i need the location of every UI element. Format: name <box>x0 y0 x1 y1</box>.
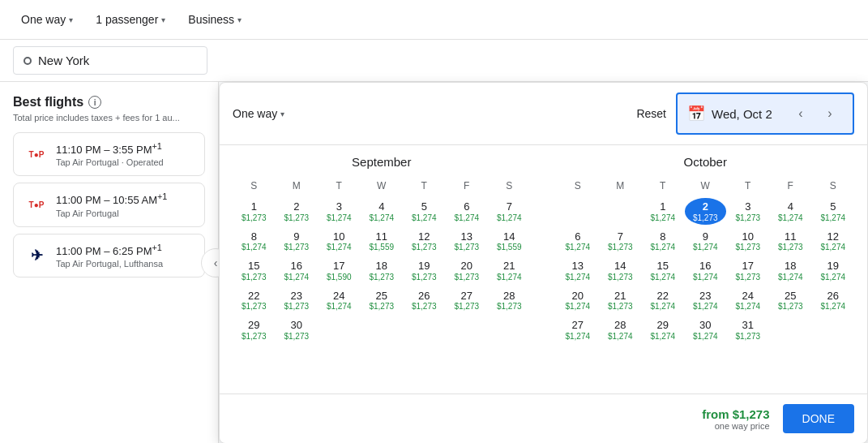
flight-card-2[interactable]: T●P 11:00 PM – 10:55 AM+1 Tap Air Portug… <box>13 183 205 226</box>
day-cell[interactable]: 3$1,274 <box>319 198 360 225</box>
day-cell[interactable]: 18$1,274 <box>770 257 811 284</box>
calendar-cell[interactable]: 15$1,273 <box>233 256 276 286</box>
day-cell[interactable]: 24$1,274 <box>319 287 360 314</box>
day-cell[interactable]: 6$1,274 <box>447 198 488 225</box>
calendar-cell[interactable]: 14$1,559 <box>488 226 531 256</box>
calendar-cell[interactable]: 16$1,274 <box>684 256 727 286</box>
calendar-cell[interactable]: 30$1,273 <box>276 315 319 345</box>
day-cell[interactable]: 1$1,274 <box>643 198 684 225</box>
day-cell[interactable]: 4$1,274 <box>361 198 403 225</box>
day-cell[interactable]: 16$1,274 <box>276 257 318 284</box>
passengers-button[interactable]: 1 passenger ▾ <box>88 8 173 31</box>
calendar-cell[interactable]: 8$1,274 <box>642 226 685 256</box>
calendar-cell[interactable]: 10$1,274 <box>318 226 361 256</box>
day-cell[interactable]: 27$1,273 <box>447 287 488 314</box>
calendar-cell[interactable]: 24$1,274 <box>727 286 770 316</box>
day-cell[interactable]: 20$1,273 <box>447 257 488 284</box>
day-cell[interactable]: 30$1,273 <box>276 316 318 343</box>
calendar-cell[interactable]: 18$1,274 <box>769 256 812 286</box>
reset-button[interactable]: Reset <box>636 107 666 120</box>
day-cell[interactable]: 11$1,273 <box>770 228 811 255</box>
day-cell[interactable]: 2$1,273 <box>685 198 726 225</box>
calendar-cell[interactable]: 2$1,273 <box>276 196 319 226</box>
day-cell[interactable]: 8$1,274 <box>233 228 275 255</box>
day-cell[interactable]: 23$1,274 <box>685 287 726 314</box>
date-field[interactable]: 📅 Wed, Oct 2 ‹ › <box>676 92 854 135</box>
day-cell[interactable]: 31$1,273 <box>728 316 769 343</box>
day-cell[interactable]: 21$1,274 <box>489 257 530 284</box>
day-cell[interactable]: 19$1,274 <box>813 257 854 284</box>
day-cell[interactable]: 27$1,274 <box>558 316 599 343</box>
calendar-cell[interactable]: 20$1,274 <box>557 286 600 316</box>
calendar-cell[interactable]: 28$1,274 <box>599 315 642 345</box>
day-cell[interactable]: 7$1,273 <box>600 228 641 255</box>
day-cell[interactable]: 9$1,273 <box>276 228 318 255</box>
day-cell[interactable]: 4$1,274 <box>770 198 811 225</box>
calendar-cell[interactable]: 4$1,274 <box>361 196 404 226</box>
day-cell[interactable]: 29$1,273 <box>233 316 275 343</box>
calendar-cell[interactable]: 29$1,274 <box>642 315 685 345</box>
calendar-cell[interactable]: 31$1,273 <box>727 315 770 345</box>
day-cell[interactable]: 17$1,590 <box>319 257 360 284</box>
day-cell[interactable]: 13$1,274 <box>558 257 599 284</box>
calendar-cell[interactable]: 11$1,559 <box>361 226 404 256</box>
day-cell[interactable]: 7$1,274 <box>489 198 530 225</box>
calendar-cell[interactable]: 25$1,273 <box>769 286 812 316</box>
calendar-cell[interactable]: 29$1,273 <box>233 315 276 345</box>
calendar-cell[interactable]: 1$1,273 <box>233 196 276 226</box>
day-cell[interactable]: 6$1,274 <box>558 228 599 255</box>
day-cell[interactable]: 2$1,273 <box>276 198 318 225</box>
origin-field[interactable]: New York <box>13 46 207 75</box>
info-icon[interactable]: i <box>88 96 101 109</box>
day-cell[interactable]: 25$1,273 <box>770 287 811 314</box>
calendar-cell[interactable]: 17$1,590 <box>318 256 361 286</box>
calendar-cell[interactable]: 8$1,274 <box>233 226 276 256</box>
calendar-cell[interactable]: 11$1,273 <box>769 226 812 256</box>
calendar-cell[interactable]: 27$1,273 <box>446 286 489 316</box>
calendar-cell[interactable]: 21$1,273 <box>599 286 642 316</box>
calendar-cell[interactable]: 23$1,273 <box>276 286 319 316</box>
calendar-cell[interactable]: 13$1,274 <box>557 256 600 286</box>
calendar-cell[interactable]: 19$1,274 <box>812 256 855 286</box>
calendar-cell[interactable]: 7$1,274 <box>488 196 531 226</box>
day-cell[interactable]: 18$1,273 <box>361 257 403 284</box>
calendar-cell[interactable]: 3$1,273 <box>727 196 770 226</box>
calendar-cell[interactable]: 16$1,274 <box>276 256 319 286</box>
day-cell[interactable]: 26$1,273 <box>404 287 445 314</box>
day-cell[interactable]: 3$1,273 <box>728 198 769 225</box>
day-cell[interactable]: 15$1,274 <box>643 257 684 284</box>
day-cell[interactable]: 1$1,273 <box>233 198 275 225</box>
calendar-cell[interactable]: 6$1,274 <box>446 196 489 226</box>
calendar-cell[interactable]: 23$1,274 <box>684 286 727 316</box>
day-cell[interactable]: 10$1,274 <box>319 228 360 255</box>
calendar-cell[interactable]: 25$1,273 <box>361 286 404 316</box>
calendar-cell[interactable]: 27$1,274 <box>557 315 600 345</box>
day-cell[interactable]: 29$1,274 <box>643 316 684 343</box>
calendar-cell[interactable]: 15$1,274 <box>642 256 685 286</box>
day-cell[interactable]: 22$1,274 <box>643 287 684 314</box>
day-cell[interactable]: 15$1,273 <box>233 257 275 284</box>
calendar-cell[interactable]: 30$1,274 <box>684 315 727 345</box>
day-cell[interactable]: 11$1,559 <box>361 228 403 255</box>
day-cell[interactable]: 12$1,273 <box>404 228 445 255</box>
day-cell[interactable]: 5$1,274 <box>813 198 854 225</box>
calendar-cell[interactable]: 10$1,273 <box>727 226 770 256</box>
calendar-cell[interactable]: 4$1,274 <box>769 196 812 226</box>
day-cell[interactable]: 21$1,273 <box>600 287 641 314</box>
day-cell[interactable]: 23$1,273 <box>276 287 318 314</box>
calendar-cell[interactable]: 14$1,273 <box>599 256 642 286</box>
calendar-cell[interactable]: 19$1,273 <box>403 256 446 286</box>
calendar-cell[interactable]: 3$1,274 <box>318 196 361 226</box>
day-cell[interactable]: 25$1,273 <box>361 287 403 314</box>
calendar-cell[interactable]: 5$1,274 <box>403 196 446 226</box>
day-cell[interactable]: 26$1,274 <box>813 287 854 314</box>
flight-card-1[interactable]: T●P 11:10 PM – 3:55 PM+1 Tap Air Portuga… <box>13 132 205 176</box>
day-cell[interactable]: 13$1,273 <box>447 228 488 255</box>
calendar-cell[interactable]: 18$1,273 <box>361 256 404 286</box>
calendar-cell[interactable]: 9$1,274 <box>684 226 727 256</box>
done-button[interactable]: DONE <box>783 404 854 433</box>
calendar-cell[interactable]: 6$1,274 <box>557 226 600 256</box>
flight-card-3[interactable]: ✈ 11:00 PM – 6:25 PM+1 Tap Air Portugal,… <box>13 234 205 277</box>
calendar-cell[interactable]: 26$1,273 <box>403 286 446 316</box>
day-cell[interactable]: 8$1,274 <box>643 228 684 255</box>
